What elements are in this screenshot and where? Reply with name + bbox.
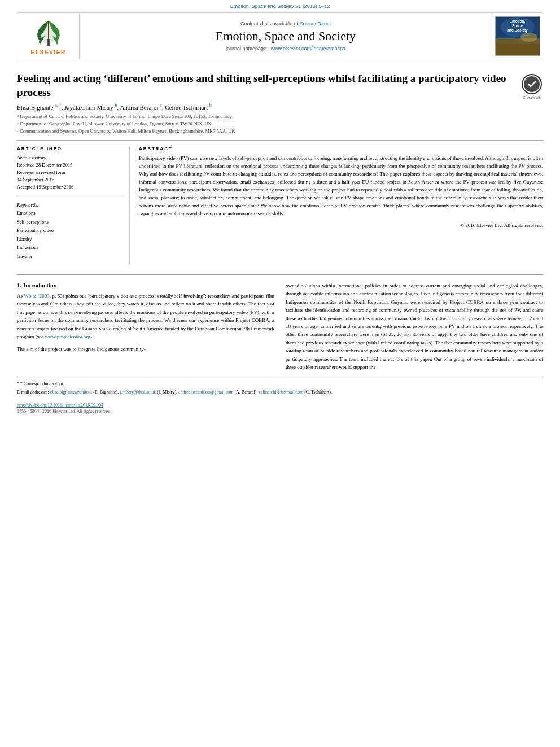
journal-meta-line: Emotion, Space and Society 21 (2016) 5–1… xyxy=(0,0,560,10)
affil-sup-b1: b xyxy=(115,103,117,108)
keywords-label: Keywords: xyxy=(17,202,123,208)
journal-thumbnail-area: Emotion,Spaceand Society xyxy=(492,13,542,59)
body-right-col: owned solutions within international pol… xyxy=(286,282,543,371)
keyword-selfperceptions: Self-perceptions xyxy=(17,218,123,226)
journal-homepage-link[interactable]: www.elsevier.com/locate/emospa xyxy=(271,46,346,51)
sciencedirect-link[interactable]: ScienceDirect xyxy=(300,21,331,27)
intro-para2: The aim of the project was to integrate … xyxy=(17,345,274,353)
elsevier-logo: ELSEVIER xyxy=(29,16,68,55)
body-divider xyxy=(17,274,543,275)
authors-line: Elisa Bignante a, *, Jayalaxshmi Mistry … xyxy=(17,103,543,111)
keyword-pv: Participatory video xyxy=(17,226,123,235)
corresponding-author-note: * * Corresponding author. xyxy=(17,381,543,387)
crossmark-badge[interactable] xyxy=(522,74,542,94)
elsevier-tree-icon xyxy=(29,16,68,47)
white-2003-ref[interactable]: White (2003 xyxy=(24,293,49,299)
article-history-section: Article history: Received 28 December 20… xyxy=(17,155,123,190)
affiliations-block: a Department of Culture, Politics and So… xyxy=(17,113,543,134)
keyword-emotions: Emotions xyxy=(17,209,123,217)
doi-anchor[interactable]: http://dx.doi.org/10.1016/j.emospa.2016.… xyxy=(17,403,103,408)
footer-area: http://dx.doi.org/10.1016/j.emospa.2016.… xyxy=(17,400,543,414)
copyright-line: © 2016 Elsevier Ltd. All rights reserved… xyxy=(139,222,543,228)
affil-b: b Department of Geography, Royal Hollowa… xyxy=(17,120,543,128)
article-title: Feeling and acting ‘different’ emotions … xyxy=(17,72,520,99)
keyword-identity: Identity xyxy=(17,235,123,243)
journal-title: Emotion, Space and Society xyxy=(216,29,356,43)
body-left-col: 1. Introduction As White (2003, p. 63) p… xyxy=(17,282,274,371)
revised-date: Received in revised form14 September 201… xyxy=(17,169,123,184)
journal-cover-image: Emotion,Spaceand Society xyxy=(495,16,540,56)
intro-section-title: 1. Introduction xyxy=(17,282,274,289)
affil-sup-b2: b xyxy=(209,103,212,108)
right-col-text: owned solutions within international pol… xyxy=(286,282,543,371)
body-section: 1. Introduction As White (2003, p. 63) p… xyxy=(17,274,543,371)
abstract-text: Participatory video (PV) can raise new l… xyxy=(139,155,543,218)
body-two-col: 1. Introduction As White (2003, p. 63) p… xyxy=(17,282,543,371)
article-info-heading: ARTICLE INFO xyxy=(17,146,123,151)
title-row: Feeling and acting ‘different’ emotions … xyxy=(17,72,543,99)
journal-homepage-line: journal homepage: www.elsevier.com/locat… xyxy=(226,46,345,51)
history-label: Article history: xyxy=(17,155,123,160)
email-berardi[interactable]: andrea.berardi.ou@gmail.com xyxy=(178,390,233,395)
received-date: Received 28 December 2015 xyxy=(17,161,123,169)
abstract-col: ABSTRACT Participatory video (PV) can ra… xyxy=(139,146,543,265)
email-tschirhart[interactable]: celinetchi@hotmail.com xyxy=(259,390,303,395)
crossmark-label: CrossMark xyxy=(523,95,540,99)
journal-ref-text: Emotion, Space and Society 21 (2016) 5–1… xyxy=(230,3,330,9)
article-info-abstract-row: ARTICLE INFO Article history: Received 2… xyxy=(17,146,543,265)
journal-cover-text: Emotion,Spaceand Society xyxy=(506,18,528,34)
article-info-col: ARTICLE INFO Article history: Received 2… xyxy=(17,146,130,265)
checkmark-icon xyxy=(527,79,537,89)
elsevier-wordmark: ELSEVIER xyxy=(30,49,65,55)
email-footnote: E-mail addresses: elisa.bignante@unito.i… xyxy=(17,389,543,396)
elsevier-logo-area: ELSEVIER xyxy=(18,13,80,59)
footnote-area: * * Corresponding author. E-mail address… xyxy=(17,377,543,396)
article-area: Feeling and acting ‘different’ emotions … xyxy=(17,66,543,265)
issn-line: 1755-4586/© 2016 Elsevier Ltd. All right… xyxy=(17,409,543,414)
info-divider xyxy=(17,196,123,196)
email-mistry[interactable]: j.mistry@rhul.ac.uk xyxy=(120,390,156,395)
affil-c: c Communication and Systems, Open Univer… xyxy=(17,128,543,135)
keyword-guyana: Guyana xyxy=(17,252,123,261)
cobra-link[interactable]: www.projectcobra.org xyxy=(45,334,90,339)
journal-header-box: ELSEVIER Contents lists available at Sci… xyxy=(17,12,543,59)
journal-header-center: Contents lists available at ScienceDirec… xyxy=(80,13,492,59)
intro-para1: As White (2003, p. 63) points out "parti… xyxy=(17,292,274,340)
abstract-heading: ABSTRACT xyxy=(139,146,543,151)
keyword-indigenous: Indigenous xyxy=(17,243,123,252)
affil-a: a Department of Culture, Politics and So… xyxy=(17,113,543,120)
contents-available-line: Contents lists available at ScienceDirec… xyxy=(240,21,331,27)
accepted-date: Accepted 19 September 2016 xyxy=(17,184,123,191)
crossmark-icon xyxy=(524,76,540,92)
affil-sup-a: a, * xyxy=(55,103,62,108)
crossmark-area[interactable]: CrossMark xyxy=(520,72,543,99)
doi-link: http://dx.doi.org/10.1016/j.emospa.2016.… xyxy=(17,403,543,408)
keywords-list: Emotions Self-perceptions Participatory … xyxy=(17,209,123,261)
affil-sup-c: c xyxy=(160,103,162,108)
header-divider xyxy=(17,140,543,141)
svg-rect-7 xyxy=(495,44,540,55)
email-bignante[interactable]: elisa.bignante@unito.it xyxy=(50,390,92,395)
keywords-section: Keywords: Emotions Self-perceptions Part… xyxy=(17,202,123,261)
